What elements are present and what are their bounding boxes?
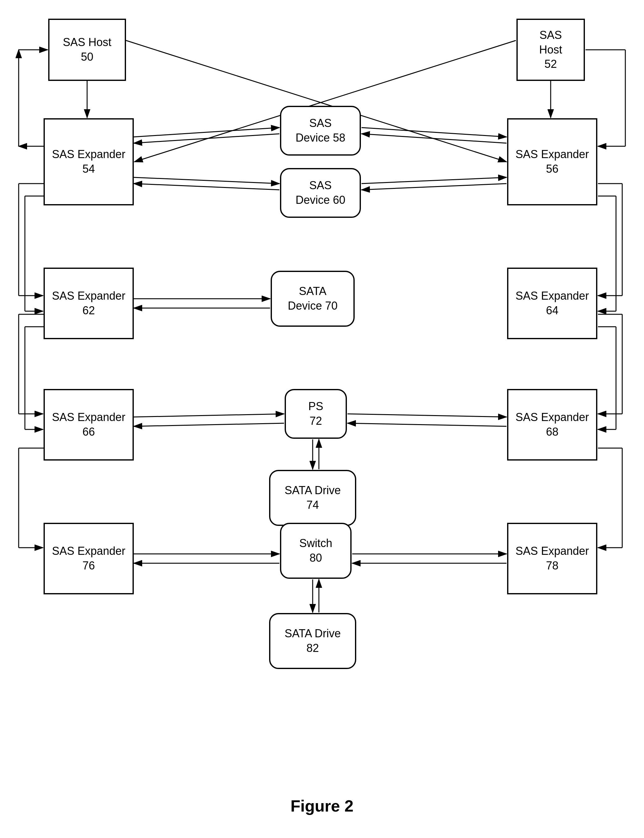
- svg-line-45: [134, 423, 284, 426]
- svg-line-17: [361, 184, 506, 190]
- sata-device-70: SATADevice 70: [271, 271, 355, 327]
- svg-line-16: [361, 177, 506, 184]
- sas-expander-54: SAS Expander54: [44, 118, 134, 205]
- sas-device-60: SASDevice 60: [280, 168, 361, 218]
- sas-host-50: SAS Host50: [48, 19, 126, 81]
- figure-label: Figure 2: [275, 797, 369, 815]
- svg-line-12: [134, 177, 279, 184]
- switch-80: Switch80: [280, 523, 352, 579]
- svg-line-11: [134, 134, 279, 143]
- sata-drive-74: SATA Drive74: [269, 470, 356, 526]
- sas-expander-64: SAS Expander64: [507, 268, 597, 339]
- svg-line-14: [361, 128, 506, 137]
- sas-expander-76: SAS Expander76: [44, 523, 134, 594]
- sata-drive-82: SATA Drive82: [269, 613, 356, 669]
- sas-expander-62: SAS Expander62: [44, 268, 134, 339]
- sas-host-52: SASHost52: [516, 19, 585, 81]
- sas-expander-66: SAS Expander66: [44, 389, 134, 460]
- sas-expander-68: SAS Expander68: [507, 389, 597, 460]
- svg-line-47: [348, 423, 506, 426]
- svg-line-10: [134, 128, 279, 137]
- sas-expander-78: SAS Expander78: [507, 523, 597, 594]
- svg-line-15: [361, 134, 506, 143]
- diagram-container: SAS Host50SASHost52SAS Expander54SASDevi…: [0, 0, 644, 838]
- ps-72: PS72: [285, 389, 347, 439]
- svg-line-46: [348, 414, 506, 417]
- sas-device-58: SASDevice 58: [280, 106, 361, 156]
- sas-expander-56: SAS Expander56: [507, 118, 597, 205]
- svg-line-13: [134, 184, 279, 190]
- svg-line-44: [134, 414, 284, 417]
